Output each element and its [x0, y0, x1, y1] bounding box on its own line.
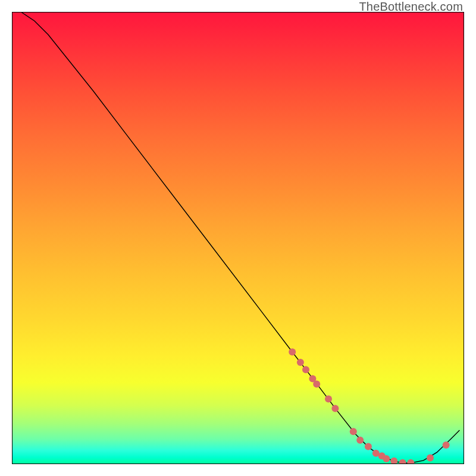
data-point	[443, 441, 450, 449]
data-point	[356, 437, 364, 444]
data-point	[313, 381, 320, 388]
data-point	[407, 459, 414, 464]
curve-path	[21, 12, 459, 464]
data-point	[427, 454, 434, 461]
bottleneck-curve	[21, 12, 459, 464]
data-point	[331, 405, 339, 412]
chart-container: TheBottleneck.com	[0, 0, 476, 476]
data-point	[390, 458, 397, 464]
data-point	[297, 359, 304, 366]
chart-overlay-svg	[12, 12, 464, 464]
data-point	[350, 428, 357, 435]
data-point	[325, 396, 332, 403]
data-point	[302, 366, 309, 373]
plot-area	[12, 12, 464, 464]
data-point	[383, 455, 390, 462]
data-point	[399, 459, 406, 464]
data-points	[289, 349, 449, 465]
data-point	[365, 443, 372, 450]
data-point	[289, 349, 296, 356]
